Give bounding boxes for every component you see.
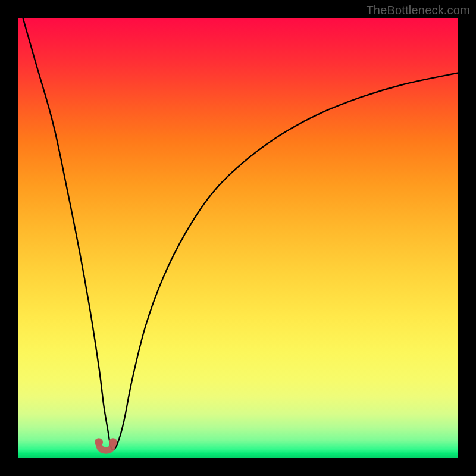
curve-layer <box>18 18 458 458</box>
min-marker <box>95 438 117 450</box>
watermark-label: TheBottleneck.com <box>366 4 470 17</box>
svg-point-1 <box>109 438 117 446</box>
svg-point-0 <box>95 438 103 446</box>
plot-area <box>18 18 458 458</box>
bottleneck-curve <box>18 18 458 449</box>
chart-frame: TheBottleneck.com <box>0 0 476 476</box>
